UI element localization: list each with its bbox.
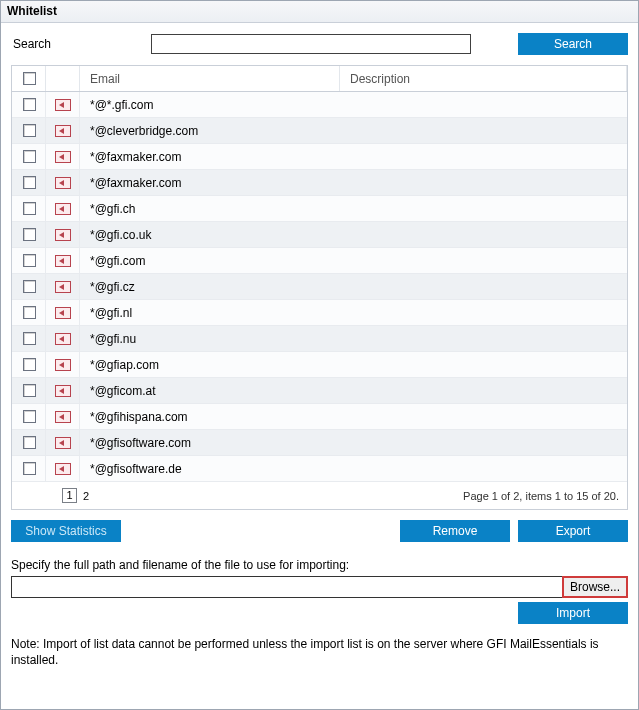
table-row[interactable]: *@gfisoftware.de [12,456,627,482]
pager-status: Page 1 of 2, items 1 to 15 of 20. [463,490,619,502]
row-email: *@faxmaker.com [80,176,340,190]
whitelist-table: Email Description *@*.gfi.com*@cleverbri… [11,65,628,482]
row-checkbox[interactable] [23,228,36,241]
page-link-2[interactable]: 2 [83,490,89,502]
entry-icon [55,177,71,189]
row-checkbox[interactable] [23,410,36,423]
row-checkbox[interactable] [23,280,36,293]
window-title: Whitelist [1,1,638,23]
row-checkbox[interactable] [23,176,36,189]
search-input[interactable] [151,34,471,54]
import-label: Specify the full path and filename of th… [11,558,628,572]
remove-button[interactable]: Remove [400,520,510,542]
search-input-wrap [151,34,471,54]
page-current[interactable]: 1 [62,488,77,503]
table-row[interactable]: *@gfi.nl [12,300,627,326]
row-checkbox[interactable] [23,254,36,267]
table-row[interactable]: *@cleverbridge.com [12,118,627,144]
row-checkbox[interactable] [23,384,36,397]
row-email: *@gfi.nl [80,306,340,320]
import-section: Specify the full path and filename of th… [11,558,628,624]
entry-icon [55,99,71,111]
show-statistics-button[interactable]: Show Statistics [11,520,121,542]
import-path-input[interactable] [11,576,563,598]
import-note: Note: Import of list data cannot be perf… [11,636,628,668]
table-row[interactable]: *@gfisoftware.com [12,430,627,456]
search-label: Search [11,37,71,51]
entry-icon [55,255,71,267]
row-email: *@gfi.cz [80,280,340,294]
table-row[interactable]: *@faxmaker.com [12,144,627,170]
row-email: *@gfi.com [80,254,340,268]
row-email: *@gficom.at [80,384,340,398]
header-email[interactable]: Email [80,66,340,91]
row-checkbox[interactable] [23,202,36,215]
search-row: Search Search [11,33,628,55]
row-email: *@gfi.ch [80,202,340,216]
table-row[interactable]: *@gfi.nu [12,326,627,352]
content-area: Search Search Email Description *@*.gfi.… [1,23,638,709]
table-row[interactable]: *@gfi.com [12,248,627,274]
select-all-checkbox[interactable] [23,72,36,85]
search-button[interactable]: Search [518,33,628,55]
row-email: *@gfi.co.uk [80,228,340,242]
entry-icon [55,385,71,397]
row-email: *@gfisoftware.com [80,436,340,450]
row-email: *@cleverbridge.com [80,124,340,138]
table-row[interactable]: *@gfi.co.uk [12,222,627,248]
entry-icon [55,437,71,449]
row-email: *@gfiap.com [80,358,340,372]
table-row[interactable]: *@*.gfi.com [12,92,627,118]
pager: 1 2 Page 1 of 2, items 1 to 15 of 20. [11,482,628,510]
table-row[interactable]: *@faxmaker.com [12,170,627,196]
table-row[interactable]: *@gfi.ch [12,196,627,222]
entry-icon [55,307,71,319]
row-email: *@gfisoftware.de [80,462,340,476]
row-checkbox[interactable] [23,306,36,319]
entry-icon [55,281,71,293]
entry-icon [55,359,71,371]
row-checkbox[interactable] [23,150,36,163]
header-icon-col [46,66,80,91]
table-row[interactable]: *@gficom.at [12,378,627,404]
row-checkbox[interactable] [23,462,36,475]
entry-icon [55,411,71,423]
row-checkbox[interactable] [23,332,36,345]
row-email: *@gfihispana.com [80,410,340,424]
entry-icon [55,333,71,345]
table-body: *@*.gfi.com*@cleverbridge.com*@faxmaker.… [12,92,627,482]
action-row: Show Statistics Remove Export [11,520,628,542]
entry-icon [55,203,71,215]
row-checkbox[interactable] [23,436,36,449]
table-row[interactable]: *@gfihispana.com [12,404,627,430]
browse-button[interactable]: Browse... [562,576,628,598]
header-description[interactable]: Description [340,66,627,91]
export-button[interactable]: Export [518,520,628,542]
row-email: *@gfi.nu [80,332,340,346]
row-checkbox[interactable] [23,98,36,111]
row-email: *@*.gfi.com [80,98,340,112]
whitelist-window: Whitelist Search Search Email Descriptio… [0,0,639,710]
entry-icon [55,229,71,241]
entry-icon [55,151,71,163]
entry-icon [55,463,71,475]
entry-icon [55,125,71,137]
row-checkbox[interactable] [23,124,36,137]
row-checkbox[interactable] [23,358,36,371]
row-email: *@faxmaker.com [80,150,340,164]
import-row: Browse... [11,576,628,598]
table-row[interactable]: *@gfi.cz [12,274,627,300]
table-header: Email Description [12,66,627,92]
table-row[interactable]: *@gfiap.com [12,352,627,378]
import-button[interactable]: Import [518,602,628,624]
